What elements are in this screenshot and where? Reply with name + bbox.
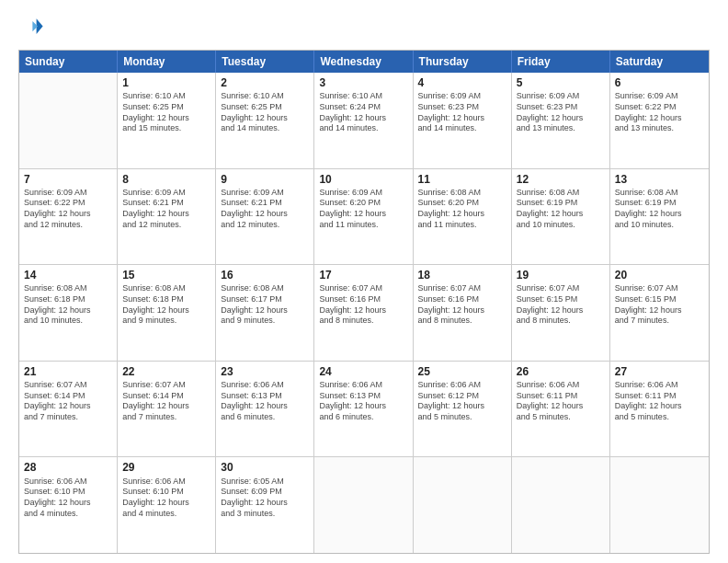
day-info: Sunrise: 6:08 AM Sunset: 6:20 PM Dayligh… <box>418 188 506 231</box>
calendar-cell: 15Sunrise: 6:08 AM Sunset: 6:18 PM Dayli… <box>118 265 216 361</box>
day-number: 28 <box>24 460 112 475</box>
calendar-cell: 10Sunrise: 6:09 AM Sunset: 6:20 PM Dayli… <box>314 169 413 265</box>
calendar: SundayMondayTuesdayWednesdayThursdayFrid… <box>18 50 710 554</box>
calendar-cell <box>610 457 709 553</box>
calendar-row: 21Sunrise: 6:07 AM Sunset: 6:14 PM Dayli… <box>19 361 709 457</box>
calendar-cell: 16Sunrise: 6:08 AM Sunset: 6:17 PM Dayli… <box>216 265 314 361</box>
day-number: 16 <box>221 268 309 282</box>
day-info: Sunrise: 6:06 AM Sunset: 6:12 PM Dayligh… <box>418 380 506 423</box>
calendar-cell: 13Sunrise: 6:08 AM Sunset: 6:19 PM Dayli… <box>610 169 709 265</box>
calendar-row: 1Sunrise: 6:10 AM Sunset: 6:25 PM Daylig… <box>19 73 709 168</box>
day-info: Sunrise: 6:07 AM Sunset: 6:16 PM Dayligh… <box>319 283 407 327</box>
calendar-cell: 21Sunrise: 6:07 AM Sunset: 6:14 PM Dayli… <box>19 362 118 457</box>
day-info: Sunrise: 6:07 AM Sunset: 6:15 PM Dayligh… <box>615 283 704 327</box>
weekday-header: Friday <box>512 51 610 73</box>
day-info: Sunrise: 6:09 AM Sunset: 6:21 PM Dayligh… <box>221 188 309 231</box>
day-info: Sunrise: 6:05 AM Sunset: 6:09 PM Dayligh… <box>221 477 309 520</box>
weekday-header: Thursday <box>414 51 512 73</box>
day-info: Sunrise: 6:08 AM Sunset: 6:17 PM Dayligh… <box>221 283 309 327</box>
day-number: 19 <box>517 268 605 282</box>
weekday-header: Saturday <box>610 51 709 73</box>
day-number: 3 <box>319 75 407 90</box>
logo <box>18 15 48 40</box>
day-info: Sunrise: 6:06 AM Sunset: 6:13 PM Dayligh… <box>319 380 407 423</box>
calendar-cell: 14Sunrise: 6:08 AM Sunset: 6:18 PM Dayli… <box>19 265 118 361</box>
day-info: Sunrise: 6:06 AM Sunset: 6:10 PM Dayligh… <box>24 477 112 520</box>
weekday-header: Sunday <box>19 51 118 73</box>
day-number: 2 <box>221 75 309 90</box>
day-info: Sunrise: 6:06 AM Sunset: 6:11 PM Dayligh… <box>615 380 704 423</box>
calendar-cell: 7Sunrise: 6:09 AM Sunset: 6:22 PM Daylig… <box>19 169 118 265</box>
calendar-cell: 2Sunrise: 6:10 AM Sunset: 6:25 PM Daylig… <box>216 73 314 168</box>
day-number: 21 <box>24 364 112 379</box>
day-info: Sunrise: 6:07 AM Sunset: 6:14 PM Dayligh… <box>122 380 210 423</box>
calendar-cell: 20Sunrise: 6:07 AM Sunset: 6:15 PM Dayli… <box>610 265 709 361</box>
day-number: 5 <box>517 75 605 90</box>
calendar-cell: 30Sunrise: 6:05 AM Sunset: 6:09 PM Dayli… <box>216 457 314 553</box>
day-number: 20 <box>615 268 704 282</box>
day-number: 11 <box>418 172 506 187</box>
header <box>18 15 710 40</box>
day-info: Sunrise: 6:10 AM Sunset: 6:24 PM Dayligh… <box>319 91 407 134</box>
day-number: 24 <box>319 364 407 379</box>
calendar-cell: 4Sunrise: 6:09 AM Sunset: 6:23 PM Daylig… <box>414 73 512 168</box>
day-info: Sunrise: 6:09 AM Sunset: 6:20 PM Dayligh… <box>319 188 407 231</box>
day-number: 13 <box>615 172 704 187</box>
day-info: Sunrise: 6:06 AM Sunset: 6:10 PM Dayligh… <box>122 477 210 520</box>
calendar-cell: 17Sunrise: 6:07 AM Sunset: 6:16 PM Dayli… <box>314 265 413 361</box>
day-info: Sunrise: 6:09 AM Sunset: 6:23 PM Dayligh… <box>517 91 605 134</box>
calendar-cell <box>512 457 610 553</box>
day-number: 17 <box>319 268 407 282</box>
calendar-body: 1Sunrise: 6:10 AM Sunset: 6:25 PM Daylig… <box>19 73 709 553</box>
logo-icon <box>18 15 44 40</box>
day-number: 15 <box>122 268 210 282</box>
day-info: Sunrise: 6:06 AM Sunset: 6:13 PM Dayligh… <box>221 380 309 423</box>
calendar-cell: 28Sunrise: 6:06 AM Sunset: 6:10 PM Dayli… <box>19 457 118 553</box>
day-info: Sunrise: 6:08 AM Sunset: 6:19 PM Dayligh… <box>615 188 704 231</box>
day-info: Sunrise: 6:09 AM Sunset: 6:22 PM Dayligh… <box>24 188 112 231</box>
day-number: 12 <box>517 172 605 187</box>
calendar-cell: 8Sunrise: 6:09 AM Sunset: 6:21 PM Daylig… <box>118 169 216 265</box>
page: SundayMondayTuesdayWednesdayThursdayFrid… <box>0 0 728 563</box>
calendar-cell <box>414 457 512 553</box>
calendar-cell: 25Sunrise: 6:06 AM Sunset: 6:12 PM Dayli… <box>414 362 512 457</box>
day-number: 29 <box>122 460 210 475</box>
day-number: 7 <box>24 172 112 187</box>
weekday-header: Wednesday <box>314 51 413 73</box>
calendar-cell: 18Sunrise: 6:07 AM Sunset: 6:16 PM Dayli… <box>414 265 512 361</box>
calendar-cell <box>314 457 413 553</box>
day-info: Sunrise: 6:10 AM Sunset: 6:25 PM Dayligh… <box>221 91 309 134</box>
day-info: Sunrise: 6:08 AM Sunset: 6:19 PM Dayligh… <box>517 188 605 231</box>
day-number: 4 <box>418 75 506 90</box>
calendar-row: 7Sunrise: 6:09 AM Sunset: 6:22 PM Daylig… <box>19 168 709 265</box>
day-info: Sunrise: 6:09 AM Sunset: 6:21 PM Dayligh… <box>122 188 210 231</box>
calendar-cell: 29Sunrise: 6:06 AM Sunset: 6:10 PM Dayli… <box>118 457 216 553</box>
day-number: 14 <box>24 268 112 282</box>
day-number: 27 <box>615 364 704 379</box>
calendar-cell: 5Sunrise: 6:09 AM Sunset: 6:23 PM Daylig… <box>512 73 610 168</box>
day-number: 22 <box>122 364 210 379</box>
calendar-cell: 24Sunrise: 6:06 AM Sunset: 6:13 PM Dayli… <box>314 362 413 457</box>
calendar-row: 28Sunrise: 6:06 AM Sunset: 6:10 PM Dayli… <box>19 456 709 553</box>
calendar-cell: 6Sunrise: 6:09 AM Sunset: 6:22 PM Daylig… <box>610 73 709 168</box>
calendar-cell: 3Sunrise: 6:10 AM Sunset: 6:24 PM Daylig… <box>314 73 413 168</box>
day-info: Sunrise: 6:10 AM Sunset: 6:25 PM Dayligh… <box>122 91 210 134</box>
day-info: Sunrise: 6:09 AM Sunset: 6:23 PM Dayligh… <box>418 91 506 134</box>
calendar-row: 14Sunrise: 6:08 AM Sunset: 6:18 PM Dayli… <box>19 264 709 361</box>
calendar-cell: 27Sunrise: 6:06 AM Sunset: 6:11 PM Dayli… <box>610 362 709 457</box>
calendar-cell: 19Sunrise: 6:07 AM Sunset: 6:15 PM Dayli… <box>512 265 610 361</box>
calendar-cell: 11Sunrise: 6:08 AM Sunset: 6:20 PM Dayli… <box>414 169 512 265</box>
day-number: 25 <box>418 364 506 379</box>
calendar-cell: 9Sunrise: 6:09 AM Sunset: 6:21 PM Daylig… <box>216 169 314 265</box>
calendar-cell: 26Sunrise: 6:06 AM Sunset: 6:11 PM Dayli… <box>512 362 610 457</box>
day-number: 30 <box>221 460 309 475</box>
calendar-cell: 1Sunrise: 6:10 AM Sunset: 6:25 PM Daylig… <box>118 73 216 168</box>
day-info: Sunrise: 6:07 AM Sunset: 6:14 PM Dayligh… <box>24 380 112 423</box>
day-info: Sunrise: 6:09 AM Sunset: 6:22 PM Dayligh… <box>615 91 704 134</box>
calendar-cell <box>19 73 118 168</box>
calendar-cell: 12Sunrise: 6:08 AM Sunset: 6:19 PM Dayli… <box>512 169 610 265</box>
day-info: Sunrise: 6:08 AM Sunset: 6:18 PM Dayligh… <box>122 283 210 327</box>
calendar-cell: 22Sunrise: 6:07 AM Sunset: 6:14 PM Dayli… <box>118 362 216 457</box>
day-number: 1 <box>122 75 210 90</box>
calendar-cell: 23Sunrise: 6:06 AM Sunset: 6:13 PM Dayli… <box>216 362 314 457</box>
